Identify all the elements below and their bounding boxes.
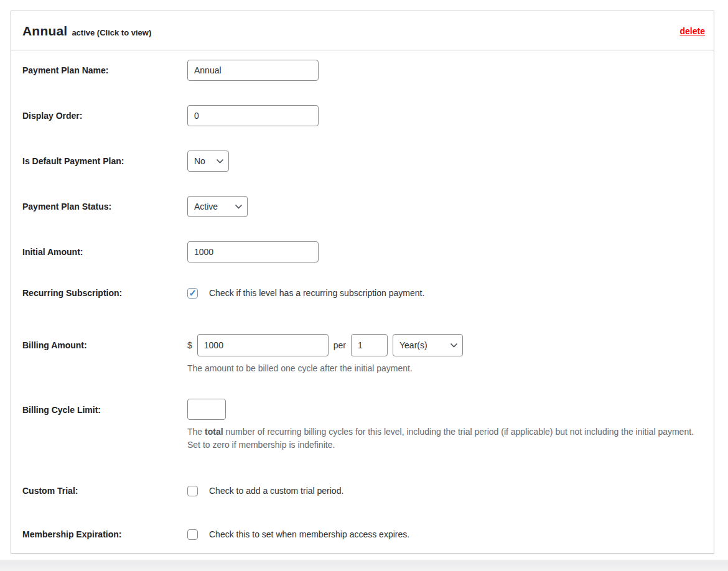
display-order-label: Display Order: — [22, 105, 187, 126]
row-is-default-plan: Is Default Payment Plan: No — [22, 151, 695, 172]
billing-amount-input[interactable] — [197, 334, 329, 356]
payment-plan-name-label: Payment Plan Name: — [22, 60, 187, 81]
is-default-plan-label: Is Default Payment Plan: — [22, 151, 187, 172]
billing-amount-label: Billing Amount: — [22, 334, 187, 356]
plan-title-group: Annual active (Click to view) — [22, 24, 151, 39]
billing-amount-help: The amount to be billed one cycle after … — [187, 362, 695, 376]
billing-cycle-limit-input[interactable] — [187, 399, 226, 420]
row-display-order: Display Order: — [22, 105, 695, 126]
membership-expiration-label: Membership Expiration: — [22, 528, 187, 541]
custom-trial-description: Check to add a custom trial period. — [209, 486, 343, 496]
membership-expiration-checkbox[interactable] — [187, 529, 198, 540]
payment-plan-form: Payment Plan Name: Display Order: Is Def… — [11, 50, 714, 553]
billing-cycle-limit-label: Billing Cycle Limit: — [22, 399, 187, 422]
row-membership-expiration: Membership Expiration: Check this to set… — [22, 528, 695, 541]
billing-cycle-period-select[interactable]: Year(s) — [393, 334, 463, 356]
admin-background-strip — [0, 560, 728, 571]
recurring-subscription-label: Recurring Subscription: — [22, 287, 187, 299]
plan-status-select[interactable]: Active — [187, 196, 248, 217]
payment-plan-card: Annual active (Click to view) delete Pay… — [11, 11, 714, 554]
delete-link[interactable]: delete — [680, 26, 705, 36]
plan-title: Annual — [22, 24, 67, 39]
row-initial-amount: Initial Amount: — [22, 241, 695, 262]
payment-plan-name-input[interactable] — [187, 60, 319, 81]
row-billing-amount: Billing Amount: $ per Year(s) The amount… — [22, 334, 695, 376]
custom-trial-checkbox[interactable] — [187, 486, 198, 496]
row-custom-trial: Custom Trial: Check to add a custom tria… — [22, 485, 695, 497]
plan-status-note[interactable]: active (Click to view) — [72, 28, 151, 37]
display-order-input[interactable] — [187, 105, 319, 126]
billing-cycle-limit-help: The total number of recurring billing cy… — [187, 425, 695, 452]
row-plan-status: Payment Plan Status: Active — [22, 196, 695, 217]
is-default-plan-select[interactable]: No — [187, 151, 229, 172]
recurring-subscription-checkbox[interactable] — [187, 288, 198, 299]
row-payment-plan-name: Payment Plan Name: — [22, 60, 695, 81]
membership-expiration-description: Check this to set when membership access… — [209, 529, 409, 539]
row-recurring-subscription: Recurring Subscription: Check if this le… — [22, 287, 695, 299]
payment-plan-header: Annual active (Click to view) delete — [11, 11, 714, 50]
initial-amount-label: Initial Amount: — [22, 241, 187, 262]
per-label: per — [334, 340, 346, 350]
billing-cycle-number-input[interactable] — [351, 334, 388, 356]
custom-trial-label: Custom Trial: — [22, 485, 187, 497]
currency-symbol: $ — [187, 340, 192, 350]
initial-amount-input[interactable] — [187, 241, 319, 262]
plan-status-label: Payment Plan Status: — [22, 196, 187, 217]
recurring-subscription-description: Check if this level has a recurring subs… — [209, 288, 424, 298]
row-billing-cycle-limit: Billing Cycle Limit: The total number of… — [22, 399, 695, 452]
